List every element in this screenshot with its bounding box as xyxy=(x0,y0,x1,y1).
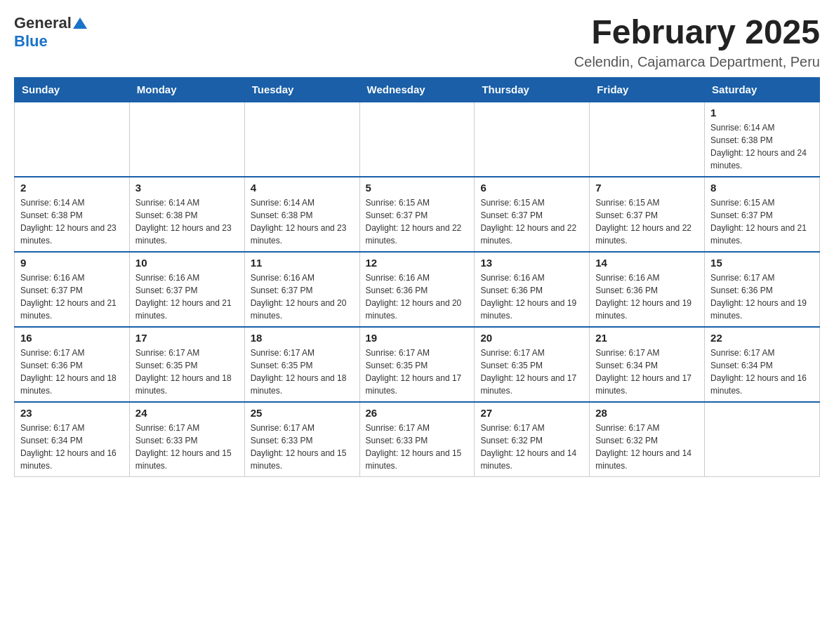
day-number: 13 xyxy=(480,257,583,269)
calendar-cell: 25Sunrise: 6:17 AMSunset: 6:33 PMDayligh… xyxy=(244,402,359,477)
weekday-header-sunday: Sunday xyxy=(15,77,130,102)
location-title: Celendin, Cajamarca Department, Peru xyxy=(574,54,820,70)
day-info: Sunrise: 6:14 AMSunset: 6:38 PMDaylight:… xyxy=(710,121,814,172)
weekday-header-row: SundayMondayTuesdayWednesdayThursdayFrid… xyxy=(15,77,820,102)
day-number: 16 xyxy=(20,332,124,344)
weekday-header-monday: Monday xyxy=(129,77,244,102)
day-number: 1 xyxy=(710,107,814,119)
day-number: 17 xyxy=(135,332,239,344)
day-info: Sunrise: 6:17 AMSunset: 6:34 PMDaylight:… xyxy=(20,422,124,472)
day-info: Sunrise: 6:17 AMSunset: 6:35 PMDaylight:… xyxy=(251,347,354,397)
calendar-cell xyxy=(475,102,590,177)
calendar-cell xyxy=(359,102,475,177)
day-number: 20 xyxy=(480,332,583,344)
day-info: Sunrise: 6:16 AMSunset: 6:36 PMDaylight:… xyxy=(366,271,469,322)
day-info: Sunrise: 6:14 AMSunset: 6:38 PMDaylight:… xyxy=(135,196,239,247)
day-number: 8 xyxy=(710,182,814,194)
day-number: 9 xyxy=(20,257,124,269)
day-info: Sunrise: 6:16 AMSunset: 6:36 PMDaylight:… xyxy=(480,271,583,322)
day-info: Sunrise: 6:17 AMSunset: 6:34 PMDaylight:… xyxy=(595,347,699,397)
day-number: 22 xyxy=(710,332,814,344)
page-header: General Blue February 2025 Celendin, Caj… xyxy=(14,14,820,70)
day-info: Sunrise: 6:14 AMSunset: 6:38 PMDaylight:… xyxy=(20,196,124,247)
calendar-cell: 9Sunrise: 6:16 AMSunset: 6:37 PMDaylight… xyxy=(15,252,130,327)
weekday-header-friday: Friday xyxy=(590,77,705,102)
day-info: Sunrise: 6:17 AMSunset: 6:36 PMDaylight:… xyxy=(710,271,814,322)
week-row-4: 16Sunrise: 6:17 AMSunset: 6:36 PMDayligh… xyxy=(15,327,820,402)
day-info: Sunrise: 6:17 AMSunset: 6:33 PMDaylight:… xyxy=(135,422,239,472)
week-row-2: 2Sunrise: 6:14 AMSunset: 6:38 PMDaylight… xyxy=(15,177,820,252)
day-number: 23 xyxy=(20,407,124,419)
calendar-table: SundayMondayTuesdayWednesdayThursdayFrid… xyxy=(14,77,820,477)
calendar-cell: 4Sunrise: 6:14 AMSunset: 6:38 PMDaylight… xyxy=(244,177,359,252)
month-title: February 2025 xyxy=(574,14,820,51)
calendar-cell: 22Sunrise: 6:17 AMSunset: 6:34 PMDayligh… xyxy=(705,327,820,402)
day-info: Sunrise: 6:17 AMSunset: 6:33 PMDaylight:… xyxy=(366,422,469,472)
day-number: 26 xyxy=(366,407,469,419)
logo-triangle-icon xyxy=(73,18,87,29)
calendar-cell: 5Sunrise: 6:15 AMSunset: 6:37 PMDaylight… xyxy=(359,177,475,252)
day-info: Sunrise: 6:17 AMSunset: 6:32 PMDaylight:… xyxy=(480,422,583,472)
day-info: Sunrise: 6:17 AMSunset: 6:32 PMDaylight:… xyxy=(595,422,699,472)
day-number: 15 xyxy=(710,257,814,269)
calendar-cell: 19Sunrise: 6:17 AMSunset: 6:35 PMDayligh… xyxy=(359,327,475,402)
calendar-cell: 14Sunrise: 6:16 AMSunset: 6:36 PMDayligh… xyxy=(590,252,705,327)
logo-general-text: General xyxy=(14,14,72,32)
calendar-cell: 2Sunrise: 6:14 AMSunset: 6:38 PMDaylight… xyxy=(15,177,130,252)
calendar-cell: 20Sunrise: 6:17 AMSunset: 6:35 PMDayligh… xyxy=(475,327,590,402)
day-number: 11 xyxy=(251,257,354,269)
weekday-header-wednesday: Wednesday xyxy=(359,77,475,102)
calendar-cell: 13Sunrise: 6:16 AMSunset: 6:36 PMDayligh… xyxy=(475,252,590,327)
calendar-cell: 6Sunrise: 6:15 AMSunset: 6:37 PMDaylight… xyxy=(475,177,590,252)
calendar-cell: 24Sunrise: 6:17 AMSunset: 6:33 PMDayligh… xyxy=(129,402,244,477)
calendar-cell: 16Sunrise: 6:17 AMSunset: 6:36 PMDayligh… xyxy=(15,327,130,402)
day-info: Sunrise: 6:16 AMSunset: 6:36 PMDaylight:… xyxy=(595,271,699,322)
weekday-header-thursday: Thursday xyxy=(475,77,590,102)
calendar-cell xyxy=(705,402,820,477)
day-number: 5 xyxy=(366,182,469,194)
day-number: 4 xyxy=(251,182,354,194)
calendar-cell: 8Sunrise: 6:15 AMSunset: 6:37 PMDaylight… xyxy=(705,177,820,252)
day-number: 14 xyxy=(595,257,699,269)
calendar-cell: 23Sunrise: 6:17 AMSunset: 6:34 PMDayligh… xyxy=(15,402,130,477)
calendar-cell: 3Sunrise: 6:14 AMSunset: 6:38 PMDaylight… xyxy=(129,177,244,252)
day-number: 21 xyxy=(595,332,699,344)
day-info: Sunrise: 6:16 AMSunset: 6:37 PMDaylight:… xyxy=(251,271,354,322)
day-info: Sunrise: 6:14 AMSunset: 6:38 PMDaylight:… xyxy=(251,196,354,247)
calendar-cell: 26Sunrise: 6:17 AMSunset: 6:33 PMDayligh… xyxy=(359,402,475,477)
day-number: 19 xyxy=(366,332,469,344)
title-section: February 2025 Celendin, Cajamarca Depart… xyxy=(574,14,820,70)
day-number: 2 xyxy=(20,182,124,194)
weekday-header-tuesday: Tuesday xyxy=(244,77,359,102)
day-info: Sunrise: 6:15 AMSunset: 6:37 PMDaylight:… xyxy=(595,196,699,247)
day-info: Sunrise: 6:17 AMSunset: 6:35 PMDaylight:… xyxy=(366,347,469,397)
day-info: Sunrise: 6:16 AMSunset: 6:37 PMDaylight:… xyxy=(135,271,239,322)
day-info: Sunrise: 6:17 AMSunset: 6:36 PMDaylight:… xyxy=(20,347,124,397)
day-info: Sunrise: 6:17 AMSunset: 6:35 PMDaylight:… xyxy=(480,347,583,397)
week-row-1: 1Sunrise: 6:14 AMSunset: 6:38 PMDaylight… xyxy=(15,102,820,177)
calendar-cell xyxy=(590,102,705,177)
day-number: 27 xyxy=(480,407,583,419)
day-number: 25 xyxy=(251,407,354,419)
calendar-cell xyxy=(15,102,130,177)
weekday-header-saturday: Saturday xyxy=(705,77,820,102)
logo: General Blue xyxy=(14,14,87,51)
calendar-cell: 27Sunrise: 6:17 AMSunset: 6:32 PMDayligh… xyxy=(475,402,590,477)
day-info: Sunrise: 6:17 AMSunset: 6:33 PMDaylight:… xyxy=(251,422,354,472)
calendar-cell: 21Sunrise: 6:17 AMSunset: 6:34 PMDayligh… xyxy=(590,327,705,402)
calendar-cell: 12Sunrise: 6:16 AMSunset: 6:36 PMDayligh… xyxy=(359,252,475,327)
day-info: Sunrise: 6:16 AMSunset: 6:37 PMDaylight:… xyxy=(20,271,124,322)
calendar-cell: 11Sunrise: 6:16 AMSunset: 6:37 PMDayligh… xyxy=(244,252,359,327)
day-info: Sunrise: 6:17 AMSunset: 6:34 PMDaylight:… xyxy=(710,347,814,397)
day-number: 28 xyxy=(595,407,699,419)
calendar-cell: 7Sunrise: 6:15 AMSunset: 6:37 PMDaylight… xyxy=(590,177,705,252)
day-info: Sunrise: 6:15 AMSunset: 6:37 PMDaylight:… xyxy=(480,196,583,247)
day-info: Sunrise: 6:15 AMSunset: 6:37 PMDaylight:… xyxy=(710,196,814,247)
calendar-cell: 18Sunrise: 6:17 AMSunset: 6:35 PMDayligh… xyxy=(244,327,359,402)
day-info: Sunrise: 6:15 AMSunset: 6:37 PMDaylight:… xyxy=(366,196,469,247)
day-number: 18 xyxy=(251,332,354,344)
calendar-cell: 1Sunrise: 6:14 AMSunset: 6:38 PMDaylight… xyxy=(705,102,820,177)
svg-marker-0 xyxy=(73,18,87,29)
week-row-5: 23Sunrise: 6:17 AMSunset: 6:34 PMDayligh… xyxy=(15,402,820,477)
day-info: Sunrise: 6:17 AMSunset: 6:35 PMDaylight:… xyxy=(135,347,239,397)
